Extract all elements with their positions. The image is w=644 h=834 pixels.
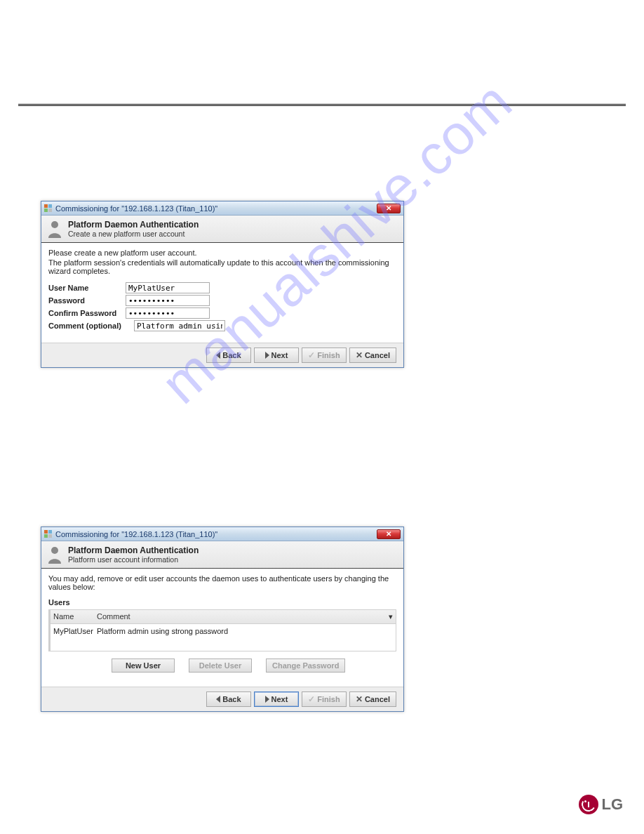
password-row: Password bbox=[48, 295, 396, 306]
back-button[interactable]: Back bbox=[206, 691, 251, 707]
header-title: Platform Daemon Authentication bbox=[68, 220, 199, 230]
username-label: User Name bbox=[48, 284, 126, 292]
username-row: User Name bbox=[48, 282, 396, 293]
header-band: Platform Daemon Authentication Platform … bbox=[41, 541, 403, 569]
svg-rect-3 bbox=[48, 208, 52, 212]
delete-user-button: Delete User bbox=[189, 658, 252, 673]
users-table-header: Name Comment ▾ bbox=[51, 610, 396, 624]
triangle-left-icon bbox=[216, 696, 220, 703]
person-icon bbox=[47, 545, 62, 564]
header-subtitle: Platform user account information bbox=[68, 555, 199, 564]
lg-logo-text: LG bbox=[601, 795, 623, 814]
button-bar: Back Next ✓ Finish ✕ Cancel bbox=[41, 687, 403, 711]
person-icon bbox=[47, 220, 62, 238]
cancel-button[interactable]: ✕ Cancel bbox=[349, 691, 396, 707]
lg-logo-icon bbox=[579, 795, 598, 814]
finish-button-label: Finish bbox=[317, 351, 340, 359]
column-menu-icon[interactable]: ▾ bbox=[383, 612, 393, 621]
instruction-line-2: The platform session's credentials will … bbox=[48, 258, 396, 275]
back-button-label: Back bbox=[222, 695, 241, 703]
triangle-right-icon bbox=[265, 696, 269, 703]
x-icon: ✕ bbox=[356, 694, 363, 704]
dialog-content: You may add, remove or edit user account… bbox=[41, 569, 403, 687]
finish-button-label: Finish bbox=[317, 695, 340, 703]
header-text: Platform Daemon Authentication Create a … bbox=[68, 220, 199, 238]
next-button-label: Next bbox=[271, 351, 288, 359]
confirm-password-input[interactable] bbox=[126, 307, 210, 319]
check-icon: ✓ bbox=[308, 694, 315, 704]
column-name[interactable]: Name bbox=[53, 612, 97, 621]
password-input[interactable] bbox=[126, 295, 210, 306]
cell-comment: Platform admin using strong password bbox=[97, 627, 393, 635]
instruction-text: You may add, remove or edit user account… bbox=[48, 574, 396, 591]
close-button[interactable]: ✕ bbox=[377, 204, 401, 213]
header-title: Platform Daemon Authentication bbox=[68, 545, 199, 555]
page-rule bbox=[18, 104, 626, 107]
header-text: Platform Daemon Authentication Platform … bbox=[68, 545, 199, 564]
dialog-user-list: Commissioning for "192.168.1.123 (Titan_… bbox=[41, 527, 404, 712]
finish-button: ✓ Finish bbox=[302, 348, 347, 363]
password-label: Password bbox=[48, 296, 126, 305]
back-button-label: Back bbox=[222, 351, 241, 359]
next-button-label: Next bbox=[271, 695, 288, 703]
button-bar: Back Next ✓ Finish ✕ Cancel bbox=[41, 343, 403, 367]
svg-rect-7 bbox=[44, 534, 48, 538]
x-icon: ✕ bbox=[356, 350, 363, 360]
lg-logo: LG bbox=[579, 795, 623, 814]
header-subtitle: Create a new platform user account bbox=[68, 230, 199, 238]
close-button[interactable]: ✕ bbox=[377, 529, 401, 539]
new-user-button[interactable]: New User bbox=[112, 658, 175, 673]
svg-point-9 bbox=[51, 547, 58, 554]
svg-rect-1 bbox=[48, 204, 52, 208]
svg-rect-0 bbox=[44, 204, 48, 208]
confirm-password-label: Confirm Password bbox=[48, 309, 126, 317]
titlebar-text: Commissioning for "192.168.1.123 (Titan_… bbox=[55, 204, 217, 213]
users-table: Name Comment ▾ MyPlatUser Platform admin… bbox=[48, 609, 396, 651]
app-icon bbox=[44, 530, 53, 538]
user-action-buttons: New User Delete User Change Password bbox=[112, 658, 396, 673]
triangle-left-icon bbox=[216, 352, 220, 359]
username-input[interactable] bbox=[126, 282, 210, 293]
dialog-create-user: Commissioning for "192.168.1.123 (Titan_… bbox=[41, 201, 404, 368]
cancel-button-label: Cancel bbox=[365, 695, 390, 703]
dialog-content: Please create a new platform user accoun… bbox=[41, 243, 403, 343]
svg-rect-6 bbox=[48, 530, 52, 534]
confirm-password-row: Confirm Password bbox=[48, 307, 396, 319]
svg-rect-5 bbox=[44, 530, 48, 534]
titlebar-text: Commissioning for "192.168.1.123 (Titan_… bbox=[55, 530, 217, 538]
header-band: Platform Daemon Authentication Create a … bbox=[41, 216, 403, 243]
finish-button: ✓ Finish bbox=[302, 691, 347, 707]
app-icon bbox=[44, 204, 53, 213]
comment-input[interactable] bbox=[134, 320, 225, 331]
change-password-button: Change Password bbox=[266, 658, 345, 673]
svg-point-4 bbox=[51, 221, 58, 228]
next-button[interactable]: Next bbox=[254, 691, 299, 707]
svg-rect-2 bbox=[44, 208, 48, 212]
comment-row: Comment (optional) bbox=[48, 320, 396, 331]
table-row[interactable]: MyPlatUser Platform admin using strong p… bbox=[51, 624, 396, 651]
cancel-button[interactable]: ✕ Cancel bbox=[349, 348, 396, 363]
titlebar[interactable]: Commissioning for "192.168.1.123 (Titan_… bbox=[41, 527, 403, 541]
svg-rect-8 bbox=[48, 534, 52, 538]
triangle-right-icon bbox=[265, 352, 269, 359]
comment-label: Comment (optional) bbox=[48, 322, 134, 330]
instruction-line-1: Please create a new platform user accoun… bbox=[48, 249, 396, 257]
check-icon: ✓ bbox=[308, 350, 315, 360]
column-comment[interactable]: Comment bbox=[97, 612, 383, 621]
users-label: Users bbox=[48, 598, 396, 607]
back-button[interactable]: Back bbox=[206, 348, 251, 363]
titlebar[interactable]: Commissioning for "192.168.1.123 (Titan_… bbox=[41, 201, 403, 216]
cell-name: MyPlatUser bbox=[53, 627, 97, 635]
next-button[interactable]: Next bbox=[254, 348, 299, 363]
cancel-button-label: Cancel bbox=[365, 351, 390, 359]
